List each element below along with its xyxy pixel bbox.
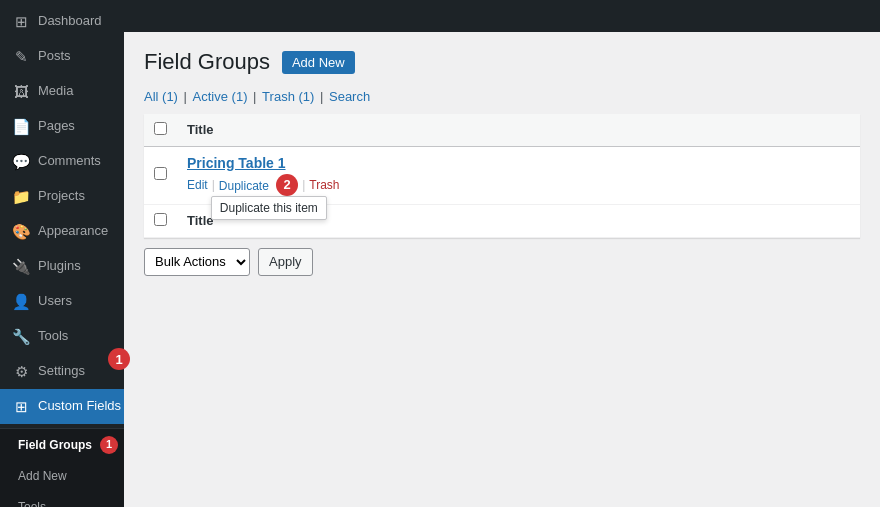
field-groups-table: Title Pricing Table 1 Edit |	[144, 114, 860, 238]
sidebar-item-plugins[interactable]: 🔌 Plugins	[0, 249, 124, 284]
sidebar-item-users[interactable]: 👤 Users	[0, 284, 124, 319]
sidebar-item-settings[interactable]: ⚙ Settings	[0, 354, 124, 389]
duplicate-tooltip: Duplicate this item	[211, 196, 327, 220]
sidebar-item-label: Posts	[38, 47, 71, 65]
sidebar-item-posts[interactable]: ✎ Posts	[0, 39, 124, 74]
sidebar-item-custom-fields[interactable]: ⊞ Custom Fields	[0, 389, 124, 424]
settings-icon: ⚙	[12, 361, 30, 382]
sidebar-item-label: Users	[38, 292, 72, 310]
appearance-icon: 🎨	[12, 221, 30, 242]
row-checkbox[interactable]	[154, 167, 167, 180]
sidebar-item-media[interactable]: 🖼 Media	[0, 74, 124, 109]
filter-all[interactable]: All (1)	[144, 89, 178, 104]
duplicate-wrap: Duplicate 2 Duplicate this item	[219, 174, 298, 196]
users-icon: 👤	[12, 291, 30, 312]
trash-link[interactable]: Trash	[309, 178, 339, 192]
admin-topbar	[124, 0, 880, 32]
duplicate-link[interactable]: Duplicate	[219, 178, 269, 192]
submenu-item-field-groups[interactable]: Field Groups 1	[0, 429, 124, 461]
step2-badge: 2	[276, 174, 298, 196]
submenu-item-add-new[interactable]: Add New	[0, 461, 124, 492]
custom-fields-submenu: Field Groups 1 Add New Tools	[0, 429, 124, 507]
sidebar-item-label: Dashboard	[38, 12, 102, 30]
main-content: Field Groups Add New All (1) | Active (1…	[124, 0, 880, 507]
sidebar-item-label: Custom Fields	[38, 397, 121, 415]
custom-fields-icon: ⊞	[12, 396, 30, 417]
sidebar-item-pages[interactable]: 📄 Pages	[0, 109, 124, 144]
filter-trash[interactable]: Trash (1)	[262, 89, 314, 104]
bulk-actions-bar: Bulk Actions Apply	[144, 248, 860, 276]
plugins-icon: 🔌	[12, 256, 30, 277]
row-checkbox-cell	[144, 146, 177, 204]
comments-icon: 💬	[12, 151, 30, 172]
sidebar-item-label: Projects	[38, 187, 85, 205]
field-groups-badge: 1	[100, 436, 118, 454]
submenu-label: Add New	[18, 468, 67, 485]
row-content-cell: Pricing Table 1 Edit | Duplicate 2 Dupli…	[177, 146, 860, 204]
filter-active[interactable]: Active (1)	[193, 89, 248, 104]
sidebar-item-appearance[interactable]: 🎨 Appearance	[0, 214, 124, 249]
bulk-actions-select[interactable]: Bulk Actions	[144, 248, 250, 276]
pages-icon: 📄	[12, 116, 30, 137]
submenu-label: Field Groups	[18, 437, 92, 454]
page-header: Field Groups Add New	[144, 48, 860, 77]
apply-button[interactable]: Apply	[258, 248, 313, 276]
table-row: Pricing Table 1 Edit | Duplicate 2 Dupli…	[144, 146, 860, 204]
page-title: Field Groups	[144, 48, 270, 77]
step1-badge: 1	[124, 348, 130, 370]
sidebar-item-label: Plugins	[38, 257, 81, 275]
sidebar-item-label: Appearance	[38, 222, 108, 240]
row-actions: Edit | Duplicate 2 Duplicate this item |…	[187, 174, 850, 196]
filter-links: All (1) | Active (1) | Trash (1) | Searc…	[144, 89, 860, 104]
sidebar-item-comments[interactable]: 💬 Comments	[0, 144, 124, 179]
sidebar-item-label: Settings	[38, 362, 85, 380]
dashboard-icon: ⊞	[12, 11, 30, 32]
footer-checkbox-col	[144, 204, 177, 237]
edit-link[interactable]: Edit	[187, 178, 208, 192]
footer-select-all-checkbox[interactable]	[154, 213, 167, 226]
submenu-label: Tools	[18, 499, 46, 507]
posts-icon: ✎	[12, 46, 30, 67]
media-icon: 🖼	[12, 81, 30, 102]
sidebar-item-label: Tools	[38, 327, 68, 345]
select-all-checkbox[interactable]	[154, 122, 167, 135]
sidebar-item-label: Pages	[38, 117, 75, 135]
header-checkbox-col	[144, 114, 177, 147]
sidebar-item-label: Media	[38, 82, 73, 100]
sidebar-item-dashboard[interactable]: ⊞ Dashboard	[0, 4, 124, 39]
sidebar-item-projects[interactable]: 📁 Projects	[0, 179, 124, 214]
sidebar: ⊞ Dashboard ✎ Posts 🖼 Media 📄 Pages 💬 Co…	[0, 0, 124, 507]
header-title: Title	[177, 114, 860, 147]
projects-icon: 📁	[12, 186, 30, 207]
sidebar-item-label: Comments	[38, 152, 101, 170]
sidebar-item-tools[interactable]: 🔧 Tools	[0, 319, 124, 354]
add-new-button[interactable]: Add New	[282, 51, 355, 74]
content-area: Field Groups Add New All (1) | Active (1…	[124, 32, 880, 507]
tools-icon: 🔧	[12, 326, 30, 347]
row-title-link[interactable]: Pricing Table 1	[187, 155, 286, 171]
filter-search[interactable]: Search	[329, 89, 370, 104]
submenu-item-tools[interactable]: Tools	[0, 492, 124, 507]
